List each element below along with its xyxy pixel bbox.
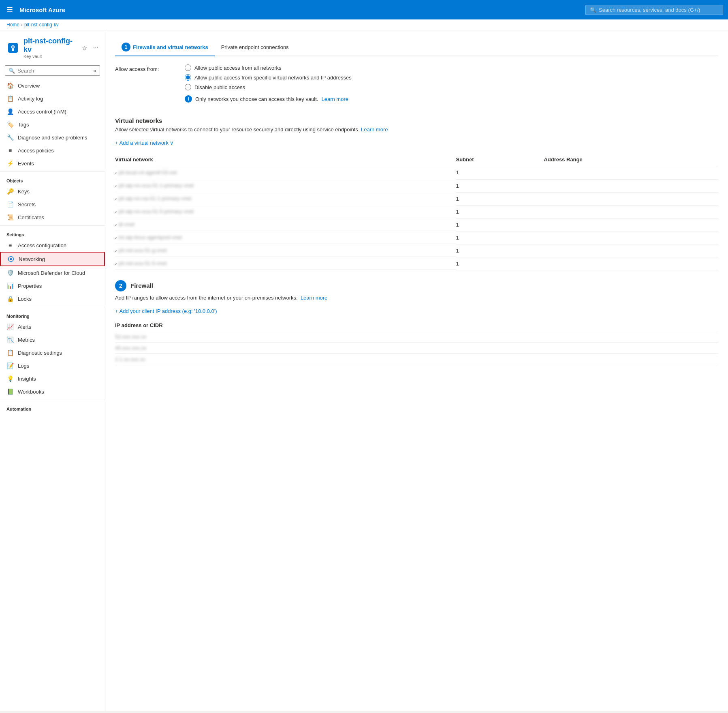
vnet-cell-name[interactable]: › plt-alp-nn-na-01-1-primary-vnet <box>115 192 456 205</box>
sidebar-item-keys[interactable]: 🔑 Keys <box>0 185 105 198</box>
radio-option-all-networks[interactable]: Allow public access from all networks <box>185 64 352 71</box>
vnet-cell-name[interactable]: › plt-local-c4-agentf-03-net <box>115 166 456 179</box>
hamburger-icon[interactable]: ☰ <box>5 4 15 16</box>
vnet-cell-name[interactable]: › int-alp-linux-agentpool-vnet <box>115 231 456 244</box>
expand-icon[interactable]: › <box>115 182 117 188</box>
sidebar-search-box[interactable]: 🔍 « <box>5 65 100 76</box>
vnet-cell-subnet: 1 <box>456 192 544 205</box>
settings-section-label: Settings <box>0 227 105 239</box>
vnet-cell-address <box>544 179 718 192</box>
expand-icon[interactable]: › <box>115 247 117 253</box>
sidebar-item-diagnostic[interactable]: 📋 Diagnostic settings <box>0 346 105 359</box>
expand-icon[interactable]: › <box>115 260 117 266</box>
virtual-networks-desc: Allow selected virtual networks to conne… <box>115 126 718 133</box>
sidebar-search-input[interactable] <box>17 68 89 74</box>
vnet-name: plt-nst-sca-01-5-vnet <box>118 260 167 266</box>
radio-disable-access[interactable] <box>185 84 191 90</box>
radio-option-disable-access[interactable]: Disable public access <box>185 84 352 90</box>
access-options: Allow public access from all networks Al… <box>185 64 352 109</box>
vnet-col-header-subnet: Subnet <box>456 153 544 166</box>
overview-icon: 🏠 <box>6 82 14 89</box>
expand-icon[interactable]: › <box>115 195 117 201</box>
sidebar-item-logs[interactable]: 📝 Logs <box>0 359 105 372</box>
monitoring-section-label: Monitoring <box>0 309 105 320</box>
more-options-icon[interactable]: ··· <box>93 44 98 51</box>
learn-more-1[interactable]: Learn more <box>321 96 348 102</box>
firewall-title: Firewall <box>130 282 153 289</box>
sidebar-item-secrets[interactable]: 📄 Secrets <box>0 198 105 211</box>
expand-icon[interactable]: › <box>115 169 117 176</box>
breadcrumb-resource[interactable]: plt-nst-config-kv <box>24 22 59 28</box>
add-client-ip-button[interactable]: + Add your client IP address (e.g: '10.0… <box>115 306 217 317</box>
learn-more-3[interactable]: Learn more <box>301 295 327 301</box>
sidebar-item-tags[interactable]: 🏷️ Tags <box>0 118 105 131</box>
sidebar-item-metrics-label: Metrics <box>18 337 35 343</box>
vnet-cell-subnet: 1 <box>456 179 544 192</box>
sidebar-header: plt-nst-config-kv Key vault ☆ ··· <box>0 30 105 62</box>
keyvault-icon <box>6 41 19 54</box>
vnet-cell-name[interactable]: › plt-nst-sca-01-g-vnet <box>115 244 456 257</box>
global-search-box[interactable]: 🔍 <box>585 5 723 15</box>
access-config-icon: ≡ <box>6 242 14 249</box>
expand-icon[interactable]: › <box>115 208 117 214</box>
sidebar-item-metrics[interactable]: 📉 Metrics <box>0 333 105 346</box>
tab-private-endpoints[interactable]: Private endpoint connections <box>215 39 295 56</box>
sidebar-item-access-policies[interactable]: ≡ Access policies <box>0 144 105 157</box>
sidebar-item-properties[interactable]: 📊 Properties <box>0 279 105 292</box>
favorite-star-icon[interactable]: ☆ <box>82 44 88 52</box>
properties-icon: 📊 <box>6 282 14 289</box>
vnet-cell-name[interactable]: › plt-alp-nn-sca-01-1-primary-vnet <box>115 179 456 192</box>
vnet-cell-name[interactable]: › plt-alp-nn-sca-01-5-primary-vnet <box>115 205 456 218</box>
sidebar-item-diagnostic-label: Diagnostic settings <box>18 350 62 356</box>
vnet-col-header-name: Virtual network <box>115 153 456 166</box>
certificates-icon: 📜 <box>6 214 14 221</box>
vnet-cell-address <box>544 166 718 180</box>
tabs-bar: 1 Firewalls and virtual networks Private… <box>115 39 718 56</box>
vnet-cell-name[interactable]: › plt-nst-sca-01-5-vnet <box>115 257 456 270</box>
radio-specific-networks[interactable] <box>185 74 191 81</box>
vnet-cell-address <box>544 192 718 205</box>
sidebar-item-defender[interactable]: 🛡️ Microsoft Defender for Cloud <box>0 266 105 279</box>
sidebar-search-icon: 🔍 <box>9 68 15 74</box>
sidebar-item-networking[interactable]: Networking <box>0 252 105 266</box>
vnet-cell-name[interactable]: › dt-vnet <box>115 218 456 231</box>
networking-icon <box>7 255 15 263</box>
sidebar-item-tags-label: Tags <box>18 122 29 128</box>
sidebar-item-workbooks[interactable]: 📗 Workbooks <box>0 385 105 398</box>
radio-all-networks[interactable] <box>185 64 191 71</box>
info-box: i Only networks you choose can access th… <box>185 95 352 103</box>
sidebar-item-iam[interactable]: 👤 Access control (IAM) <box>0 105 105 118</box>
breadcrumb: Home › plt-nst-config-kv <box>0 19 728 30</box>
sidebar-item-insights-label: Insights <box>18 376 36 382</box>
brand-label: Microsoft Azure <box>19 6 65 13</box>
table-row: 40.xxx.xxx.xx <box>115 342 718 353</box>
sidebar-item-diagnose[interactable]: 🔧 Diagnose and solve problems <box>0 131 105 144</box>
sidebar-item-locks[interactable]: 🔒 Locks <box>0 292 105 305</box>
sidebar-item-certificates[interactable]: 📜 Certificates <box>0 211 105 224</box>
breadcrumb-home[interactable]: Home <box>6 22 19 28</box>
sidebar-item-activity-log[interactable]: 📋 Activity log <box>0 92 105 105</box>
allow-access-section: Allow access from: Allow public access f… <box>115 64 718 109</box>
global-search-input[interactable] <box>599 7 719 13</box>
sidebar-item-overview[interactable]: 🏠 Overview <box>0 79 105 92</box>
ip-cell: 2.1.xx.xxx.xx <box>115 353 718 365</box>
tab-firewalls[interactable]: 1 Firewalls and virtual networks <box>115 39 215 56</box>
sidebar-item-insights[interactable]: 💡 Insights <box>0 372 105 385</box>
sidebar-item-events[interactable]: ⚡ Events <box>0 157 105 170</box>
sidebar-item-access-config[interactable]: ≡ Access configuration <box>0 239 105 252</box>
expand-icon[interactable]: › <box>115 234 117 240</box>
content-area: 1 Firewalls and virtual networks Private… <box>105 30 728 711</box>
sidebar-item-access-policies-label: Access policies <box>18 148 54 154</box>
collapse-sidebar-icon[interactable]: « <box>93 67 96 74</box>
tags-icon: 🏷️ <box>6 121 14 128</box>
learn-more-2[interactable]: Learn more <box>361 126 388 133</box>
radio-option-specific-networks[interactable]: Allow public access from specific virtua… <box>185 74 352 81</box>
expand-icon[interactable]: › <box>115 221 117 227</box>
add-virtual-network-button[interactable]: + Add a virtual network ∨ <box>115 137 174 148</box>
sidebar-item-alerts[interactable]: 📈 Alerts <box>0 320 105 333</box>
table-row: › plt-alp-nn-sca-01-1-primary-vnet 1 <box>115 179 718 192</box>
info-text: Only networks you choose can access this… <box>195 96 318 102</box>
ip-table: IP address or CIDR 52.xxx.xxx.xx40.xxx.x… <box>115 320 718 365</box>
insights-icon: 💡 <box>6 375 14 382</box>
ip-cell: 40.xxx.xxx.xx <box>115 342 718 353</box>
